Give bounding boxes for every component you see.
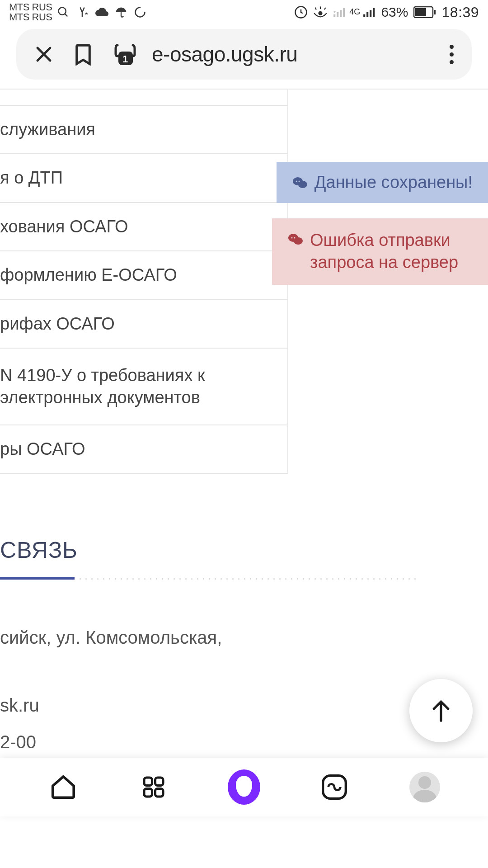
zen-button[interactable] bbox=[318, 771, 351, 803]
close-icon[interactable] bbox=[34, 45, 53, 64]
yandex-icon bbox=[76, 6, 89, 19]
svg-rect-15 bbox=[373, 8, 375, 17]
svg-rect-34 bbox=[155, 789, 164, 797]
svg-point-23 bbox=[298, 181, 307, 188]
footer-title: СВЯЗЬ bbox=[0, 537, 488, 563]
avatar-icon bbox=[409, 772, 440, 802]
svg-point-28 bbox=[291, 237, 293, 239]
list-item[interactable]: рифах ОСАГО bbox=[0, 300, 287, 349]
infinity-icon bbox=[320, 773, 349, 802]
svg-rect-32 bbox=[155, 778, 164, 786]
list-item[interactable] bbox=[0, 90, 287, 106]
alice-icon bbox=[228, 769, 260, 805]
alice-button[interactable] bbox=[228, 771, 260, 803]
status-time: 18:39 bbox=[441, 4, 479, 21]
eye-care-icon bbox=[313, 6, 328, 19]
carrier-1: MTS RUS bbox=[9, 2, 52, 12]
home-button[interactable] bbox=[47, 771, 80, 803]
svg-rect-33 bbox=[144, 789, 152, 797]
search-icon bbox=[57, 6, 70, 19]
toast-info-text: Данные сохранены! bbox=[314, 173, 473, 192]
url-text[interactable]: e-osago.ugsk.ru bbox=[152, 42, 427, 66]
svg-point-0 bbox=[58, 8, 66, 15]
chat-icon bbox=[292, 175, 308, 190]
carrier-2: MTS RUS bbox=[9, 12, 52, 22]
battery-icon bbox=[413, 6, 436, 18]
status-right: 4G 63% 18:39 bbox=[294, 4, 479, 21]
tabs-icon[interactable]: 1 bbox=[113, 42, 137, 66]
svg-rect-13 bbox=[367, 12, 369, 17]
toast-error-text: Ошибка отправки запроса на сервер bbox=[310, 229, 479, 274]
list-item[interactable]: ры ОСАГО bbox=[0, 425, 287, 473]
scroll-top-button[interactable] bbox=[409, 679, 473, 742]
profile-button[interactable] bbox=[408, 771, 441, 803]
svg-rect-8 bbox=[337, 12, 339, 17]
bottom-nav bbox=[0, 758, 488, 816]
svg-line-1 bbox=[65, 14, 67, 17]
status-icons-left bbox=[57, 6, 146, 19]
svg-point-25 bbox=[298, 181, 300, 182]
svg-point-27 bbox=[294, 237, 303, 245]
kebab-menu-icon[interactable] bbox=[441, 45, 459, 64]
tabs-badge: 1 bbox=[113, 53, 137, 65]
svg-point-11 bbox=[334, 11, 336, 13]
list-item[interactable]: служивания bbox=[0, 106, 287, 154]
network-type: 4G bbox=[349, 7, 360, 17]
svg-rect-18 bbox=[434, 10, 436, 14]
signal-2-icon bbox=[363, 7, 375, 18]
arrow-up-icon bbox=[430, 698, 452, 723]
svg-point-3 bbox=[319, 12, 322, 15]
toast-error: Ошибка отправки запроса на сервер bbox=[272, 218, 488, 285]
svg-rect-17 bbox=[415, 8, 426, 16]
bookmark-icon[interactable] bbox=[73, 43, 93, 66]
footer-address: сийск, ул. Комсомольская, bbox=[0, 625, 488, 650]
svg-line-6 bbox=[325, 8, 326, 10]
svg-point-29 bbox=[294, 237, 296, 239]
page-content: служивания я о ДТП хования ОСАГО формлен… bbox=[0, 90, 488, 816]
grid-icon bbox=[141, 774, 166, 800]
list-item[interactable]: хования ОСАГО bbox=[0, 203, 287, 251]
status-bar: MTS RUS MTS RUS 4G 63% 18:39 bbox=[0, 0, 488, 24]
chat-icon bbox=[287, 232, 304, 246]
svg-rect-10 bbox=[343, 8, 345, 17]
list-item[interactable]: я о ДТП bbox=[0, 154, 287, 203]
home-icon bbox=[49, 773, 77, 801]
footer-dots bbox=[0, 578, 488, 580]
list-item[interactable]: формлению Е-ОСАГО bbox=[0, 251, 287, 300]
toast-info: Данные сохранены! bbox=[277, 162, 488, 203]
svg-point-24 bbox=[296, 181, 297, 182]
battery-percent: 63% bbox=[381, 5, 408, 20]
loading-icon bbox=[134, 6, 146, 19]
list-item[interactable]: N 4190-У о требованиях к электронных док… bbox=[0, 349, 287, 425]
signal-1-icon bbox=[333, 7, 346, 18]
svg-rect-7 bbox=[334, 14, 336, 17]
svg-rect-31 bbox=[144, 778, 152, 786]
status-carriers: MTS RUS MTS RUS bbox=[9, 2, 52, 22]
umbrella-icon bbox=[115, 6, 127, 19]
svg-rect-9 bbox=[340, 10, 342, 17]
footer-phone: 2-00 bbox=[0, 732, 488, 752]
svg-rect-14 bbox=[370, 10, 372, 17]
svg-line-4 bbox=[315, 8, 316, 10]
document-list: служивания я о ДТП хования ОСАГО формлен… bbox=[0, 90, 288, 473]
svg-rect-12 bbox=[364, 14, 366, 17]
address-bar[interactable]: 1 e-osago.ugsk.ru bbox=[16, 29, 472, 80]
cloud-icon bbox=[95, 7, 108, 17]
apps-button[interactable] bbox=[137, 771, 170, 803]
data-saver-icon bbox=[294, 5, 308, 19]
browser-chrome: 1 e-osago.ugsk.ru bbox=[0, 24, 488, 86]
